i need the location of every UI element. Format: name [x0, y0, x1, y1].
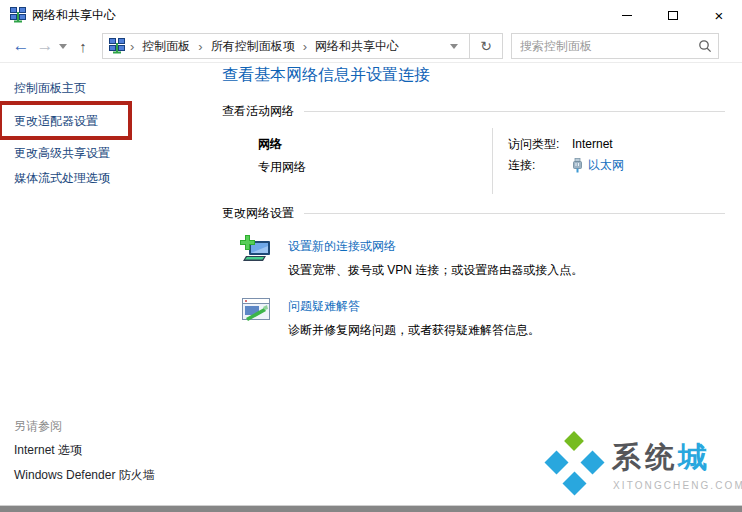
- sidebar-item-media-streaming-options[interactable]: 媒体流式处理选项: [14, 170, 110, 187]
- network-details: 访问类型: Internet 连接:: [508, 136, 624, 178]
- breadcrumb-all-items[interactable]: 所有控制面板项: [206, 38, 300, 55]
- access-type-value: Internet: [572, 137, 613, 151]
- maximize-button[interactable]: [650, 0, 696, 30]
- refresh-icon: ↻: [480, 38, 492, 54]
- section-rule: [304, 213, 725, 214]
- navigation-bar: ← → ↑ › 控制面板 › 所有控制面板项 › 网络和共享中心: [0, 30, 742, 63]
- breadcrumb-control-panel[interactable]: 控制面板: [137, 38, 195, 55]
- network-type: 专用网络: [258, 159, 306, 176]
- logo-text: 系统城: [612, 438, 711, 478]
- sidebar-item-windows-defender-firewall[interactable]: Windows Defender 防火墙: [14, 467, 155, 484]
- logo-diamond-green: [567, 434, 581, 448]
- new-connection-icon: [240, 234, 272, 266]
- sidebar-item-internet-options[interactable]: Internet 选项: [14, 442, 82, 459]
- connection-label: 连接:: [508, 157, 572, 174]
- logo-name-blue: 城: [678, 441, 711, 473]
- logo-name-gray: 系统: [612, 441, 678, 473]
- xitongcheng-watermark: 系统城 XITONGCHENG.COM: [550, 432, 730, 504]
- task-text: 问题疑难解答 诊断并修复网络问题，或者获得疑难解答信息。: [288, 294, 725, 339]
- search-input[interactable]: [520, 39, 698, 53]
- caption-buttons: ×: [604, 0, 742, 30]
- search-icon[interactable]: [698, 39, 712, 53]
- network-sharing-app-icon: [10, 7, 26, 23]
- network-name: 网络: [258, 136, 306, 153]
- sidebar-item-control-panel-home[interactable]: 控制面板主页: [14, 80, 86, 97]
- task-troubleshoot: 问题疑难解答 诊断并修复网络问题，或者获得疑难解答信息。: [240, 294, 725, 339]
- ethernet-link[interactable]: 以太网: [588, 157, 624, 174]
- active-networks-section-header: 查看活动网络: [222, 103, 725, 120]
- refresh-button[interactable]: ↻: [470, 33, 503, 59]
- window-bottom-edge: [0, 505, 742, 512]
- setup-new-connection-link[interactable]: 设置新的连接或网络: [288, 238, 396, 255]
- chevron-down-icon: [450, 44, 458, 49]
- forward-icon: →: [37, 36, 54, 56]
- address-bar[interactable]: › 控制面板 › 所有控制面板项 › 网络和共享中心: [102, 33, 470, 59]
- logo-diamond-blue-left: [548, 454, 565, 471]
- minimize-button[interactable]: [604, 0, 650, 30]
- back-button[interactable]: ←: [8, 33, 34, 59]
- network-sharing-center-window: 网络和共享中心 × ← → ↑ › 控制面板: [0, 0, 742, 512]
- task-text: 设置新的连接或网络 设置宽带、拨号或 VPN 连接；或设置路由器或接入点。: [288, 234, 725, 279]
- ethernet-icon: [572, 158, 583, 173]
- access-type-label: 访问类型:: [508, 136, 572, 153]
- forward-button[interactable]: →: [34, 33, 56, 59]
- minimize-icon: [622, 15, 632, 16]
- breadcrumb-separator-icon: ›: [127, 39, 137, 54]
- troubleshoot-link[interactable]: 问题疑难解答: [288, 298, 360, 315]
- see-also-header: 另请参阅: [14, 418, 62, 435]
- close-button[interactable]: ×: [696, 0, 742, 30]
- network-name-block: 网络 专用网络: [258, 136, 306, 176]
- task-new-connection: 设置新的连接或网络 设置宽带、拨号或 VPN 连接；或设置路由器或接入点。: [240, 234, 725, 279]
- change-settings-section-header: 更改网络设置: [222, 205, 725, 222]
- maximize-icon: [668, 11, 678, 20]
- history-dropdown-button[interactable]: [56, 33, 70, 59]
- setup-new-connection-desc: 设置宽带、拨号或 VPN 连接；或设置路由器或接入点。: [288, 262, 725, 279]
- section-rule: [304, 111, 725, 112]
- page-title: 查看基本网络信息并设置连接: [222, 65, 430, 86]
- sidebar-item-change-advanced-sharing[interactable]: 更改高级共享设置: [14, 145, 110, 162]
- back-icon: ←: [13, 36, 30, 56]
- logo-domain: XITONGCHENG.COM: [613, 480, 742, 491]
- search-box: [511, 33, 719, 59]
- network-sharing-location-icon: [109, 38, 125, 54]
- breadcrumb-separator-icon: ›: [300, 39, 310, 54]
- breadcrumb-network-sharing-center[interactable]: 网络和共享中心: [310, 38, 404, 55]
- titlebar: 网络和共享中心 ×: [0, 0, 742, 30]
- close-icon: ×: [715, 8, 724, 23]
- window-title: 网络和共享中心: [32, 0, 116, 30]
- up-button[interactable]: ↑: [70, 33, 96, 59]
- troubleshoot-desc: 诊断并修复网络问题，或者获得疑难解答信息。: [288, 322, 725, 339]
- change-settings-label: 更改网络设置: [222, 205, 294, 222]
- breadcrumb-separator-icon: ›: [195, 39, 205, 54]
- sidebar-item-change-adapter-settings[interactable]: 更改适配器设置: [14, 113, 98, 130]
- active-network-row: 网络 专用网络 访问类型: Internet 连接:: [222, 130, 725, 196]
- troubleshoot-icon: [240, 294, 272, 326]
- logo-diamond-blue-bottom: [566, 475, 583, 492]
- address-dropdown-button[interactable]: [441, 34, 467, 58]
- chevron-down-icon: [59, 44, 67, 49]
- network-divider: [492, 128, 493, 194]
- logo-diamond-blue-right: [584, 454, 601, 471]
- up-icon: ↑: [79, 38, 87, 55]
- active-networks-label: 查看活动网络: [222, 103, 294, 120]
